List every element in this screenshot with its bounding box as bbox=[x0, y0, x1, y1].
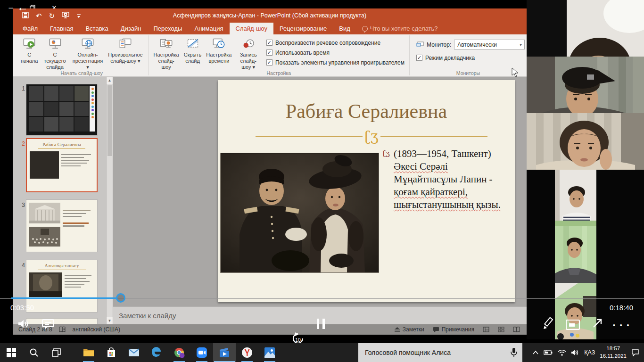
tab-home[interactable]: Главная bbox=[44, 23, 79, 34]
yandex-browser-icon[interactable] bbox=[236, 343, 258, 362]
reading-view-button[interactable] bbox=[513, 327, 520, 332]
microsoft-store-icon[interactable] bbox=[100, 343, 123, 362]
tell-me-box[interactable]: Что вы хотите сделать? bbox=[356, 23, 444, 34]
group-setup: Настройка слайд-шоу Скрыть слайд Настрой… bbox=[149, 34, 409, 76]
thumbnail-slide-5-partial[interactable] bbox=[26, 318, 98, 324]
slide-number: 4 bbox=[17, 262, 25, 269]
ribbon: С начала С текущего слайда Онлайн- презе… bbox=[13, 34, 527, 77]
mail-icon[interactable] bbox=[123, 343, 145, 362]
body-line: (1893—1954, Ташкент) bbox=[394, 148, 512, 160]
checkbox[interactable]: ✓ bbox=[266, 59, 272, 66]
checkbox-use-timings[interactable]: ✓ Использовать время bbox=[266, 49, 405, 57]
tab-view[interactable]: Вид bbox=[333, 23, 356, 34]
undo-icon[interactable]: ↶ bbox=[36, 12, 42, 19]
monitor-icon bbox=[416, 41, 424, 48]
proofing-language[interactable]: английский (США) bbox=[73, 326, 120, 333]
slide-body-text[interactable]: (1893—1954, Ташкент) Әкесі Серәлі Мұңайт… bbox=[394, 148, 512, 211]
subtitles-button[interactable] bbox=[41, 319, 55, 332]
alice-voice-search-box[interactable]: Голосовой помощник Алиса bbox=[358, 343, 522, 362]
file-explorer-icon[interactable] bbox=[77, 343, 100, 362]
scroll-down-arrow[interactable]: ▼ bbox=[107, 317, 113, 324]
back-button[interactable]: ← bbox=[17, 0, 28, 14]
thumbnail-slide-2-selected[interactable]: Рабиға Сералиевна bbox=[26, 138, 98, 192]
fullscreen-button[interactable] bbox=[591, 317, 604, 332]
webcam-tile-3 bbox=[527, 113, 644, 170]
hide-slide-button[interactable]: Скрыть слайд bbox=[182, 36, 204, 64]
photos-app-icon[interactable] bbox=[258, 343, 281, 362]
notes-placeholder: Заметки к слайду bbox=[119, 312, 176, 320]
tab-slideshow[interactable]: Слайд-шоу bbox=[230, 23, 273, 34]
ribbon-tab-row: Файл Главная Вставка Дизайн Переходы Ани… bbox=[13, 23, 527, 34]
customize-qat-icon[interactable] bbox=[76, 12, 81, 19]
pause-bar bbox=[322, 319, 325, 329]
checkbox-presenter-view[interactable]: ✓ Режим докладчика bbox=[416, 54, 525, 62]
volume-tray-icon[interactable] bbox=[571, 349, 579, 356]
tray-time: 18:57 bbox=[600, 345, 627, 353]
group-monitors: Монитор: Автоматически ▾ ✓ Режим докладч… bbox=[410, 34, 527, 76]
from-start-button[interactable]: С начала bbox=[18, 36, 40, 64]
task-view-button[interactable] bbox=[45, 343, 68, 362]
thumbnail-slide-3[interactable] bbox=[26, 199, 98, 252]
start-button[interactable] bbox=[0, 343, 23, 362]
from-current-slide-button[interactable]: С текущего слайда bbox=[40, 36, 69, 70]
custom-slideshow-button[interactable]: Произвольное слайд-шоу ▾ bbox=[106, 36, 145, 64]
language-indicator[interactable]: ҚАЗ bbox=[584, 349, 595, 356]
tab-file[interactable]: Файл bbox=[17, 23, 44, 34]
picture-in-picture-button[interactable] bbox=[566, 320, 580, 332]
clock[interactable]: 18:57 16.11.2021 bbox=[600, 345, 627, 360]
checkbox-play-narrations[interactable]: ✓ Воспроизвести речевое сопровождение bbox=[266, 39, 405, 47]
thumbnail-scrollbar[interactable]: ▲ ▼ bbox=[106, 77, 113, 324]
wifi-icon[interactable] bbox=[558, 350, 566, 356]
group-start-slideshow: С начала С текущего слайда Онлайн- презе… bbox=[16, 34, 148, 76]
slide-thumbnail-panel: 1 bbox=[13, 77, 113, 324]
notification-center-icon[interactable] bbox=[631, 349, 639, 356]
bullet-ornament: ʗʒ bbox=[383, 149, 390, 157]
tab-transitions[interactable]: Переходы bbox=[147, 23, 188, 34]
volume-button[interactable] bbox=[17, 318, 29, 332]
setup-slideshow-button[interactable]: Настройка слайд-шоу bbox=[151, 36, 182, 70]
rehearse-timings-button[interactable]: Настройка времени bbox=[204, 36, 234, 64]
tab-design[interactable]: Дизайн bbox=[115, 23, 148, 34]
edge-browser-icon[interactable] bbox=[145, 343, 168, 362]
normal-view-button[interactable] bbox=[483, 327, 489, 332]
scrollbar-thumb[interactable] bbox=[107, 85, 112, 156]
current-slide-canvas[interactable]: Рабиға Сералиевна ʗʒ bbox=[218, 80, 515, 302]
ppt-titlebar: ↶ ↻ Асфендияров жанұясы-Арлан - PowerPoi… bbox=[13, 8, 527, 23]
online-presentation-button[interactable]: Онлайн- презентация ▾ bbox=[70, 36, 106, 70]
taskbar-search-button[interactable] bbox=[23, 343, 45, 362]
checkbox[interactable]: ✓ bbox=[416, 55, 422, 61]
battery-icon[interactable] bbox=[544, 350, 553, 355]
thumbnail-slide-1[interactable] bbox=[26, 84, 98, 136]
checkbox[interactable]: ✓ bbox=[266, 40, 272, 46]
notes-toggle-button[interactable]: Заметки bbox=[394, 326, 424, 333]
zoom-app-icon[interactable] bbox=[190, 343, 213, 362]
microphone-icon[interactable] bbox=[510, 347, 518, 358]
record-slideshow-icon bbox=[241, 37, 256, 50]
comments-toggle-button[interactable]: Примечания bbox=[433, 326, 474, 333]
draw-pencil-button[interactable] bbox=[542, 317, 555, 332]
tab-insert[interactable]: Вставка bbox=[79, 23, 114, 34]
chrome-browser-icon[interactable] bbox=[168, 343, 190, 362]
pause-button[interactable] bbox=[317, 319, 325, 329]
taskbar: Голосовой помощник Алиса ҚАЗ 18:57 16.11… bbox=[0, 343, 644, 362]
tray-chevron-icon[interactable] bbox=[532, 350, 539, 355]
thumbnail-slide-4[interactable]: Алғашқы танысу bbox=[26, 260, 98, 313]
slide-title[interactable]: Рабиға Сералиевна bbox=[218, 100, 515, 123]
slide-sorter-view-button[interactable] bbox=[498, 327, 504, 332]
movies-tv-app-icon[interactable] bbox=[213, 343, 236, 362]
record-slideshow-button[interactable]: Запись слайд- шоу ▾ bbox=[234, 36, 262, 70]
scroll-up-arrow[interactable]: ▲ bbox=[107, 77, 113, 84]
spellcheck-icon[interactable] bbox=[59, 326, 66, 333]
monitor-list-icon bbox=[118, 37, 132, 50]
tab-review[interactable]: Рецензирование bbox=[273, 23, 333, 34]
more-options-button[interactable]: • • • bbox=[613, 321, 630, 329]
checkbox-show-media-controls[interactable]: ✓ Показать элементы управления проигрыва… bbox=[266, 58, 405, 66]
redo-icon[interactable]: ↻ bbox=[49, 12, 55, 19]
checkbox[interactable]: ✓ bbox=[266, 49, 272, 56]
start-slideshow-icon[interactable] bbox=[62, 12, 69, 19]
pause-bar bbox=[317, 319, 319, 329]
progress-handle[interactable] bbox=[116, 293, 125, 303]
video-player-window: ↶ ↻ Асфендияров жанұясы-Арлан - PowerPoi… bbox=[0, 0, 644, 343]
monitor-select[interactable]: Автоматически ▾ bbox=[454, 40, 525, 49]
tab-animations[interactable]: Анимация bbox=[188, 23, 229, 34]
